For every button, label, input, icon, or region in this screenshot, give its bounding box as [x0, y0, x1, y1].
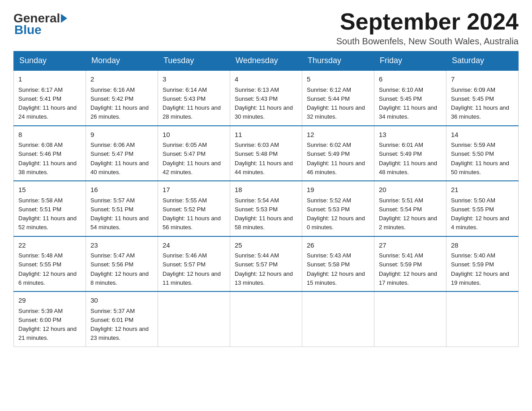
- day-info: Sunrise: 6:16 AMSunset: 5:42 PMDaylight:…: [90, 86, 149, 120]
- day-number: 12: [307, 130, 369, 140]
- day-info: Sunrise: 6:12 AMSunset: 5:44 PMDaylight:…: [307, 86, 365, 120]
- day-number: 22: [18, 240, 81, 251]
- day-info: Sunrise: 5:59 AMSunset: 5:50 PMDaylight:…: [451, 141, 509, 176]
- calendar-week-row: 29 Sunrise: 5:39 AMSunset: 6:00 PMDaylig…: [14, 291, 519, 347]
- day-info: Sunrise: 5:55 AMSunset: 5:52 PMDaylight:…: [163, 197, 221, 231]
- day-number: 1: [18, 74, 81, 85]
- day-info: Sunrise: 5:43 AMSunset: 5:58 PMDaylight:…: [307, 252, 365, 286]
- day-number: 16: [90, 185, 153, 195]
- day-number: 18: [235, 185, 297, 195]
- day-of-week-header: Tuesday: [158, 51, 230, 71]
- logo-arrow-icon: [61, 14, 67, 23]
- calendar-day-cell: 15 Sunrise: 5:58 AMSunset: 5:51 PMDaylig…: [14, 181, 86, 236]
- month-title: September 2024: [336, 9, 519, 34]
- day-info: Sunrise: 5:48 AMSunset: 5:55 PMDaylight:…: [18, 252, 77, 286]
- day-number: 10: [163, 130, 225, 140]
- day-number: 15: [18, 185, 81, 195]
- day-number: 2: [90, 74, 153, 85]
- day-of-week-header: Thursday: [302, 51, 374, 71]
- day-number: 19: [307, 185, 369, 195]
- calendar-week-row: 1 Sunrise: 6:17 AMSunset: 5:41 PMDayligh…: [14, 70, 519, 126]
- calendar-day-cell: 24 Sunrise: 5:46 AMSunset: 5:57 PMDaylig…: [158, 236, 230, 292]
- calendar-week-row: 8 Sunrise: 6:08 AMSunset: 5:46 PMDayligh…: [14, 126, 519, 181]
- day-info: Sunrise: 5:41 AMSunset: 5:59 PMDaylight:…: [379, 252, 437, 286]
- calendar-day-cell: [302, 291, 374, 347]
- day-info: Sunrise: 5:58 AMSunset: 5:51 PMDaylight:…: [18, 197, 77, 231]
- day-info: Sunrise: 6:05 AMSunset: 5:47 PMDaylight:…: [163, 141, 221, 176]
- day-number: 30: [90, 295, 153, 306]
- day-info: Sunrise: 5:50 AMSunset: 5:55 PMDaylight:…: [451, 197, 509, 231]
- calendar-day-cell: 4 Sunrise: 6:13 AMSunset: 5:43 PMDayligh…: [230, 70, 302, 126]
- day-info: Sunrise: 5:57 AMSunset: 5:51 PMDaylight:…: [90, 197, 149, 231]
- calendar-day-cell: 8 Sunrise: 6:08 AMSunset: 5:46 PMDayligh…: [14, 126, 86, 181]
- day-number: 8: [18, 130, 81, 140]
- day-number: 21: [451, 185, 514, 195]
- calendar-day-cell: 18 Sunrise: 5:54 AMSunset: 5:53 PMDaylig…: [230, 181, 302, 236]
- day-of-week-header: Wednesday: [230, 51, 302, 71]
- calendar-day-cell: 9 Sunrise: 6:06 AMSunset: 5:47 PMDayligh…: [86, 126, 158, 181]
- calendar-week-row: 22 Sunrise: 5:48 AMSunset: 5:55 PMDaylig…: [14, 236, 519, 292]
- day-number: 28: [451, 240, 514, 251]
- calendar-day-cell: 25 Sunrise: 5:44 AMSunset: 5:57 PMDaylig…: [230, 236, 302, 292]
- day-number: 9: [90, 130, 153, 140]
- day-info: Sunrise: 5:51 AMSunset: 5:54 PMDaylight:…: [379, 197, 437, 231]
- calendar-day-cell: 27 Sunrise: 5:41 AMSunset: 5:59 PMDaylig…: [374, 236, 446, 292]
- calendar-day-cell: 17 Sunrise: 5:55 AMSunset: 5:52 PMDaylig…: [158, 181, 230, 236]
- calendar-day-cell: [230, 291, 302, 347]
- calendar-day-cell: 11 Sunrise: 6:03 AMSunset: 5:48 PMDaylig…: [230, 126, 302, 181]
- logo-blue-text: Blue: [14, 23, 42, 37]
- calendar-day-cell: 16 Sunrise: 5:57 AMSunset: 5:51 PMDaylig…: [86, 181, 158, 236]
- day-number: 7: [451, 74, 514, 85]
- day-info: Sunrise: 6:01 AMSunset: 5:49 PMDaylight:…: [379, 141, 437, 176]
- title-block: September 2024 South Bowenfels, New Sout…: [336, 9, 519, 47]
- day-of-week-header: Saturday: [446, 51, 519, 71]
- day-number: 27: [379, 240, 442, 251]
- day-number: 6: [379, 74, 442, 85]
- logo: General Blue: [13, 9, 68, 37]
- calendar-header-row: SundayMondayTuesdayWednesdayThursdayFrid…: [14, 51, 519, 71]
- calendar-day-cell: 29 Sunrise: 5:39 AMSunset: 6:00 PMDaylig…: [14, 291, 86, 347]
- calendar-day-cell: 12 Sunrise: 6:02 AMSunset: 5:49 PMDaylig…: [302, 126, 374, 181]
- day-info: Sunrise: 5:37 AMSunset: 6:01 PMDaylight:…: [90, 308, 149, 342]
- day-info: Sunrise: 6:03 AMSunset: 5:48 PMDaylight:…: [235, 141, 293, 176]
- calendar-day-cell: 30 Sunrise: 5:37 AMSunset: 6:01 PMDaylig…: [86, 291, 158, 347]
- calendar-day-cell: 14 Sunrise: 5:59 AMSunset: 5:50 PMDaylig…: [446, 126, 519, 181]
- day-number: 3: [163, 74, 225, 85]
- calendar-day-cell: 28 Sunrise: 5:40 AMSunset: 5:59 PMDaylig…: [446, 236, 519, 292]
- day-of-week-header: Monday: [86, 51, 158, 71]
- day-number: 5: [307, 74, 369, 85]
- day-info: Sunrise: 5:44 AMSunset: 5:57 PMDaylight:…: [235, 252, 293, 286]
- calendar-day-cell: 19 Sunrise: 5:52 AMSunset: 5:53 PMDaylig…: [302, 181, 374, 236]
- day-info: Sunrise: 5:40 AMSunset: 5:59 PMDaylight:…: [451, 252, 509, 286]
- day-info: Sunrise: 5:54 AMSunset: 5:53 PMDaylight:…: [235, 197, 293, 231]
- day-info: Sunrise: 6:09 AMSunset: 5:45 PMDaylight:…: [451, 86, 509, 120]
- calendar-day-cell: [446, 291, 519, 347]
- calendar-week-row: 15 Sunrise: 5:58 AMSunset: 5:51 PMDaylig…: [14, 181, 519, 236]
- day-number: 25: [235, 240, 297, 251]
- calendar-day-cell: 2 Sunrise: 6:16 AMSunset: 5:42 PMDayligh…: [86, 70, 158, 126]
- calendar-day-cell: 6 Sunrise: 6:10 AMSunset: 5:45 PMDayligh…: [374, 70, 446, 126]
- calendar-day-cell: 1 Sunrise: 6:17 AMSunset: 5:41 PMDayligh…: [14, 70, 86, 126]
- day-info: Sunrise: 6:10 AMSunset: 5:45 PMDaylight:…: [379, 86, 437, 120]
- day-number: 14: [451, 130, 514, 140]
- day-of-week-header: Sunday: [14, 51, 86, 71]
- day-number: 29: [18, 295, 81, 306]
- day-info: Sunrise: 5:52 AMSunset: 5:53 PMDaylight:…: [307, 197, 365, 231]
- calendar-day-cell: 10 Sunrise: 6:05 AMSunset: 5:47 PMDaylig…: [158, 126, 230, 181]
- page-header: General Blue September 2024 South Bowenf…: [13, 9, 519, 47]
- calendar-day-cell: 22 Sunrise: 5:48 AMSunset: 5:55 PMDaylig…: [14, 236, 86, 292]
- day-of-week-header: Friday: [374, 51, 446, 71]
- day-number: 23: [90, 240, 153, 251]
- day-info: Sunrise: 5:47 AMSunset: 5:56 PMDaylight:…: [90, 252, 149, 286]
- day-number: 13: [379, 130, 442, 140]
- calendar-day-cell: [158, 291, 230, 347]
- day-number: 24: [163, 240, 225, 251]
- calendar-day-cell: 21 Sunrise: 5:50 AMSunset: 5:55 PMDaylig…: [446, 181, 519, 236]
- calendar-day-cell: 7 Sunrise: 6:09 AMSunset: 5:45 PMDayligh…: [446, 70, 519, 126]
- calendar-day-cell: 13 Sunrise: 6:01 AMSunset: 5:49 PMDaylig…: [374, 126, 446, 181]
- calendar-day-cell: 26 Sunrise: 5:43 AMSunset: 5:58 PMDaylig…: [302, 236, 374, 292]
- day-info: Sunrise: 6:17 AMSunset: 5:41 PMDaylight:…: [18, 86, 77, 120]
- day-info: Sunrise: 5:46 AMSunset: 5:57 PMDaylight:…: [163, 252, 221, 286]
- day-info: Sunrise: 6:08 AMSunset: 5:46 PMDaylight:…: [18, 141, 77, 176]
- day-info: Sunrise: 6:02 AMSunset: 5:49 PMDaylight:…: [307, 141, 365, 176]
